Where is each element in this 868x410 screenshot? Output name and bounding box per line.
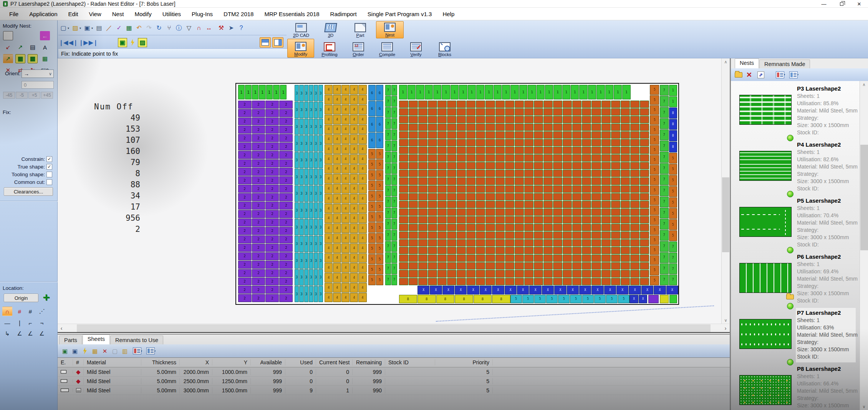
new-file-icon[interactable]: ▢ [59, 23, 68, 33]
menu-dtm2-2018[interactable]: DTM2 2018 [218, 9, 259, 19]
blank-sheet-icon[interactable]: ▢ [110, 346, 119, 355]
orient-dropdown[interactable]: → ∨ [22, 69, 54, 78]
nest-list-item-p5-lasershape2[interactable]: P5 Lasershape2Sheets: 1Utilisation: 70.4… [731, 193, 860, 249]
grid-icon[interactable]: # [15, 307, 25, 316]
corner-tl-icon[interactable]: ⌐ [25, 318, 35, 327]
scroll-down-icon[interactable]: ∨ [860, 403, 868, 410]
chevron-down-icon[interactable]: ▾ [68, 26, 70, 30]
regenerate-icon[interactable]: ↻ [154, 23, 164, 33]
mode-button-modify[interactable]: Modify [287, 39, 314, 58]
menu-plug-ins[interactable]: Plug-Ins [186, 9, 218, 19]
column-header-stock-id[interactable]: Stock ID [385, 359, 435, 365]
parts-1-strip[interactable]: 11 [669, 85, 677, 107]
column-header-available[interactable]: Available [251, 359, 285, 365]
nests-scrollbar[interactable]: ∧ ∨ [860, 81, 868, 410]
angle-up-icon[interactable]: ∠ [15, 329, 25, 338]
paste-icon[interactable]: ▤ [28, 43, 38, 52]
tab-nests[interactable]: Nests [735, 58, 759, 68]
canvas-horizontal-scrollbar[interactable]: ‹ › [58, 324, 729, 332]
parts-5-strip[interactable]: 55555555555555555555 [650, 85, 659, 285]
angle-button-minus45[interactable]: -45 [3, 92, 15, 99]
parts-7-green[interactable]: 777777777777777777777777777777777777 [385, 85, 397, 285]
delete-nest-icon[interactable]: ✕ [746, 71, 752, 79]
angle-button-minus5[interactable]: -5 [16, 92, 28, 99]
delete-sheet-icon[interactable]: ✕ [100, 346, 109, 355]
snap-icon[interactable]: ∩ [2, 307, 12, 316]
filter-icon[interactable]: ▽ [184, 23, 194, 33]
parts-1-bottom[interactable] [669, 295, 677, 303]
pair-nest-icon[interactable]: ▦ [15, 54, 25, 63]
restore-button[interactable] [833, 0, 850, 8]
checkbox-constrain-[interactable]: ✓ [46, 156, 52, 162]
table-row[interactable]: ◆Mild Steel5.00mm2500.0mm1250.0mm9990099… [58, 377, 730, 386]
mode-button-2d-cad[interactable]: 2D CAD [287, 21, 315, 38]
save-file-icon[interactable]: ▣ [83, 23, 92, 33]
tab-remnants-to-use[interactable]: Remnants to Use [110, 336, 163, 344]
scroll-up-icon[interactable]: ∧ [722, 58, 729, 65]
parts-3-cyan[interactable]: 3333333333333333333333333333333333333333… [295, 85, 323, 302]
detail-view-dropdown[interactable] [789, 71, 798, 78]
column-header-current-nest[interactable]: Current Nest [316, 359, 353, 365]
tab-parts[interactable]: Parts [59, 336, 82, 344]
nest-list-item-p7-lasershape2[interactable]: P7 Lasershape2Sheets: 1Utilisation: 63%M… [731, 305, 860, 361]
scroll-up-icon[interactable]: ∧ [860, 81, 868, 88]
menu-radimport[interactable]: Radimport [325, 9, 362, 19]
detail-view-dropdown[interactable] [146, 347, 155, 354]
menu-nest[interactable]: Nest [107, 9, 129, 19]
reposition-icon[interactable]: ↗ [3, 54, 13, 63]
angle-button-plus45[interactable]: +45 [41, 92, 53, 99]
canvas-vertical-scrollbar[interactable]: ∧ ∨ [721, 58, 729, 324]
dimension-icon[interactable]: ↔ [204, 23, 214, 33]
sheet-hatch-icon[interactable]: ▨ [138, 38, 147, 47]
checkbox-tooling-shape-[interactable] [46, 172, 52, 177]
parts-1-top-left[interactable]: 1111111 [238, 85, 287, 99]
angle-right-icon[interactable]: ∠ [25, 329, 35, 338]
parts-8-strip[interactable]: 8888 [669, 107, 677, 152]
array-icon[interactable]: ▦ [40, 54, 50, 63]
mode-button-3d[interactable]: 3D [317, 21, 345, 38]
menu-file[interactable]: File [4, 9, 24, 19]
column-header-material[interactable]: Material [84, 359, 141, 365]
tab-remnants-made[interactable]: Remnants Made [759, 60, 810, 68]
text-icon[interactable]: A [40, 43, 50, 52]
datum-icon[interactable]: ✛ [43, 293, 50, 302]
table-row[interactable]: ◆Mild Steel5.00mm2000.0mm1000.0mm9990099… [58, 367, 730, 377]
nests-scroll-thumb[interactable] [860, 145, 868, 250]
last-nest-icon[interactable]: ▶❘ [89, 38, 98, 47]
nest-canvas[interactable]: Num Off 491531071607988834179562 1111111… [58, 58, 721, 324]
prev-nest-icon[interactable]: ◀❘ [69, 38, 78, 47]
corner-tr-icon[interactable]: ¬ [37, 318, 47, 327]
mode-button-profiling[interactable]: Profiling [316, 39, 343, 58]
column-header-remaining[interactable]: Remaining [353, 359, 385, 365]
parts-5-orange[interactable]: 55555555555555555555555555 [368, 149, 383, 285]
angle-left-icon[interactable]: ∠ [37, 329, 47, 338]
nest-list-item-p4-lasershape2[interactable]: P4 Lasershape2Sheets: 1Utilisation: 82.6… [731, 137, 860, 193]
split-vertical-button[interactable] [272, 37, 283, 48]
open-nest-icon[interactable] [735, 72, 742, 78]
parts-9-blue-row[interactable]: XXXXXXXXXXXXXXXXXXXXX [417, 286, 678, 294]
parts-7-strip[interactable]: 777777777777777777 [660, 85, 669, 285]
menu-view[interactable]: View [83, 9, 106, 19]
menu-utilities[interactable]: Utilities [157, 9, 186, 19]
menu-modify[interactable]: Modify [129, 9, 157, 19]
list-view-dropdown[interactable] [776, 71, 784, 78]
mode-button-compile[interactable]: Compile [374, 39, 401, 58]
horizontal-icon[interactable]: — [2, 318, 12, 327]
context-help-icon[interactable]: ➤ [227, 23, 236, 33]
vertical-scroll-thumb[interactable] [722, 177, 729, 252]
block-nest-icon[interactable]: ▩ [28, 54, 38, 63]
checkbox-true-shape-[interactable]: ✓ [46, 164, 52, 170]
parts-grid-orange[interactable] [399, 101, 649, 285]
auto-nest-icon[interactable] [128, 38, 137, 47]
nest-list-item-p3-lasershape2[interactable]: P3 Lasershape2Sheets: 1Utilisation: 85.8… [731, 81, 860, 137]
chevron-down-icon[interactable]: ▾ [91, 26, 94, 30]
split-horizontal-button[interactable] [260, 37, 271, 48]
mode-button-order[interactable]: Order [345, 39, 372, 58]
parts-8-bottom[interactable] [660, 295, 669, 303]
quick-nest-icon[interactable] [80, 346, 89, 355]
vertical-icon[interactable]: ❘ [15, 318, 25, 327]
help-icon[interactable]: ? [237, 23, 246, 33]
scroll-right-icon[interactable]: › [722, 324, 729, 332]
column-header-thickness[interactable]: Thickness [141, 359, 180, 365]
parts-5-strip-2[interactable]: 55555555 [669, 153, 677, 241]
